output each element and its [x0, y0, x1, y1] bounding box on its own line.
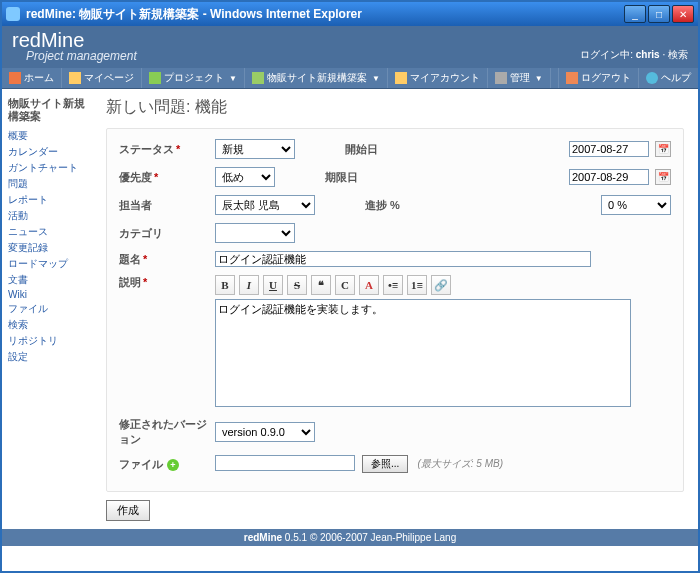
start-date-input[interactable]	[569, 141, 649, 157]
chevron-down-icon: ▼	[229, 74, 237, 83]
account-icon	[395, 72, 407, 84]
sidebar-item[interactable]: 文書	[8, 273, 86, 287]
underline-button[interactable]: U	[263, 275, 283, 295]
login-info: ログイン中: chris · 検索	[580, 48, 688, 62]
main-content: 新しい問題: 機能 ステータス* 新規 開始日 📅 優先度* 低め	[92, 89, 698, 529]
code-button[interactable]: C	[335, 275, 355, 295]
bold-button[interactable]: B	[215, 275, 235, 295]
color-button[interactable]: A	[359, 275, 379, 295]
menu-account[interactable]: マイアカウント	[388, 68, 488, 88]
chevron-down-icon: ▼	[535, 74, 543, 83]
sidebar-item[interactable]: ロードマップ	[8, 257, 86, 271]
done-select[interactable]: 0 %	[601, 195, 671, 215]
minimize-button[interactable]: _	[624, 5, 646, 23]
calendar-icon[interactable]: 📅	[655, 141, 671, 157]
folder-icon	[149, 72, 161, 84]
file-input[interactable]	[215, 455, 355, 471]
add-file-icon[interactable]: +	[167, 459, 179, 471]
logout-icon	[566, 72, 578, 84]
home-icon	[9, 72, 21, 84]
link-button[interactable]: 🔗	[431, 275, 451, 295]
menu-logout[interactable]: ログアウト	[558, 68, 638, 88]
ul-button[interactable]: •≡	[383, 275, 403, 295]
priority-select[interactable]: 低め	[215, 167, 275, 187]
label-version: 修正されたバージョン	[119, 417, 215, 447]
label-assignee: 担当者	[119, 198, 215, 213]
menu-mypage[interactable]: マイページ	[62, 68, 142, 88]
sidebar-item[interactable]: 概要	[8, 129, 86, 143]
version-select[interactable]: version 0.9.0	[215, 422, 315, 442]
project-icon	[252, 72, 264, 84]
window-title: redMine: 物販サイト新規構築案 - Windows Internet E…	[26, 6, 622, 23]
label-description: 説明	[119, 276, 141, 288]
label-category: カテゴリ	[119, 226, 215, 241]
brand: redMine Project management	[12, 30, 137, 62]
user-icon	[69, 72, 81, 84]
sidebar-item[interactable]: ファイル	[8, 302, 86, 316]
calendar-icon[interactable]: 📅	[655, 169, 671, 185]
file-hint: (最大サイズ: 5 MB)	[417, 458, 503, 469]
window-titlebar: redMine: 物販サイト新規構築案 - Windows Internet E…	[2, 2, 698, 26]
close-button[interactable]: ✕	[672, 5, 694, 23]
maximize-button[interactable]: □	[648, 5, 670, 23]
issue-form: ステータス* 新規 開始日 📅 優先度* 低め 期限日	[106, 128, 684, 492]
assignee-select[interactable]: 辰太郎 児島	[215, 195, 315, 215]
sidebar-item[interactable]: Wiki	[8, 289, 86, 300]
description-textarea[interactable]: ログイン認証機能を実装します。	[215, 299, 631, 407]
sidebar-title: 物販サイト新規構築案	[8, 97, 86, 123]
sidebar-item[interactable]: リポジトリ	[8, 334, 86, 348]
ie-icon	[6, 7, 20, 21]
quote-button[interactable]: ❝	[311, 275, 331, 295]
submit-button[interactable]: 作成	[106, 500, 150, 521]
menu-help[interactable]: ヘルプ	[638, 68, 698, 88]
subject-input[interactable]	[215, 251, 591, 267]
menu-home[interactable]: ホーム	[2, 68, 62, 88]
main-menu: ホーム マイページ プロジェクト▼ 物販サイト新規構築案▼ マイアカウント 管理…	[2, 68, 698, 89]
menu-projects[interactable]: プロジェクト▼	[142, 68, 245, 88]
sidebar-item[interactable]: ニュース	[8, 225, 86, 239]
ol-button[interactable]: 1≡	[407, 275, 427, 295]
strike-button[interactable]: S	[287, 275, 307, 295]
sidebar-item[interactable]: ガントチャート	[8, 161, 86, 175]
browse-button[interactable]: 参照...	[362, 455, 408, 473]
label-due: 期限日	[325, 170, 389, 185]
label-file: ファイル	[119, 458, 163, 470]
footer: redMine 0.5.1 © 2006-2007 Jean-Philippe …	[2, 529, 698, 546]
category-select[interactable]	[215, 223, 295, 243]
sidebar-item[interactable]: レポート	[8, 193, 86, 207]
label-priority: 優先度	[119, 171, 152, 183]
sidebar-item[interactable]: 変更記録	[8, 241, 86, 255]
gear-icon	[495, 72, 507, 84]
label-subject: 題名	[119, 253, 141, 265]
sidebar-item[interactable]: 問題	[8, 177, 86, 191]
italic-button[interactable]: I	[239, 275, 259, 295]
menu-admin[interactable]: 管理▼	[488, 68, 551, 88]
sidebar-item[interactable]: 設定	[8, 350, 86, 364]
label-done: 進捗	[365, 199, 387, 211]
page-title: 新しい問題: 機能	[106, 97, 684, 118]
brand-slogan: Project management	[26, 50, 137, 62]
chevron-down-icon: ▼	[372, 74, 380, 83]
label-status: ステータス	[119, 143, 174, 155]
status-select[interactable]: 新規	[215, 139, 295, 159]
menu-project[interactable]: 物販サイト新規構築案▼	[245, 68, 388, 88]
help-icon	[646, 72, 658, 84]
brand-name: redMine	[12, 30, 137, 50]
sidebar: 物販サイト新規構築案 概要 カレンダー ガントチャート 問題 レポート 活動 ニ…	[2, 89, 92, 529]
app-header: redMine Project management ログイン中: chris …	[2, 26, 698, 68]
editor-toolbar: B I U S ❝ C A •≡ 1≡ 🔗	[215, 275, 631, 295]
sidebar-item[interactable]: カレンダー	[8, 145, 86, 159]
search-link[interactable]: 検索	[668, 49, 688, 60]
due-date-input[interactable]	[569, 169, 649, 185]
sidebar-item[interactable]: 活動	[8, 209, 86, 223]
label-start: 開始日	[345, 142, 409, 157]
sidebar-item[interactable]: 検索	[8, 318, 86, 332]
